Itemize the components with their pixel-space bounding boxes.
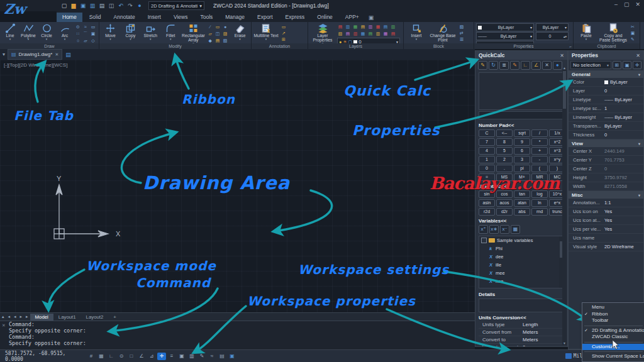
close-button[interactable]: ✕	[635, 1, 640, 8]
edit-variable-icon[interactable]: x∗	[489, 225, 499, 234]
extra-tool-icon[interactable]: ▨	[222, 31, 228, 36]
property-row[interactable]: Center Z0	[569, 165, 643, 173]
calc-key-d2r[interactable]: d2r	[496, 208, 513, 216]
command-window[interactable]: ✕Command:Specify opposite corner:Command…	[0, 321, 475, 349]
save-as-icon[interactable]: ▥	[89, 2, 96, 9]
units-conversion-row[interactable]: Convert fromMeters	[479, 329, 564, 336]
calc-key-cos[interactable]: cos	[496, 190, 513, 198]
calc-key-sin[interactable]: sin	[479, 190, 495, 198]
plot-icon[interactable]: ▤	[98, 2, 106, 9]
layout-tab-model[interactable]: Model	[30, 314, 53, 321]
calc-key-log[interactable]: log	[531, 190, 548, 198]
extra-tool-icon[interactable]: ▤	[390, 31, 396, 36]
button-polyline[interactable]: Polyline▾	[20, 23, 36, 40]
calc-key-abs[interactable]: abs	[514, 208, 530, 216]
extra-tool-icon[interactable]: ▤	[382, 24, 389, 30]
units-conversion-header[interactable]: Units Conversion<<	[475, 313, 567, 321]
button-stretch[interactable]: Stretch▾	[142, 23, 160, 40]
extra-tool-icon[interactable]: ▱	[207, 31, 213, 36]
calc-key-1[interactable]: 1	[479, 156, 495, 163]
options-icon[interactable]: ●	[136, 2, 143, 9]
extra-tool-icon[interactable]: ▤	[214, 38, 221, 43]
calc-key-asin[interactable]: asin	[479, 199, 495, 207]
calc-key-5[interactable]: 5	[496, 147, 513, 155]
property-row[interactable]: Linetype sc...1	[569, 104, 643, 113]
open-file-icon[interactable]: ▆	[70, 2, 77, 9]
calc-key-MS[interactable]: MS	[496, 173, 513, 181]
button-copy[interactable]: Copy▾	[121, 23, 140, 40]
extra-tool-icon[interactable]: ∕	[207, 24, 213, 30]
variable-item[interactable]: Xnee	[479, 277, 564, 285]
scientific-header[interactable]: Scientific<<	[475, 182, 567, 190]
clear-icon[interactable]: ✎	[478, 61, 487, 70]
scroll-down-icon[interactable]: ▼	[562, 341, 567, 345]
file-tab-drawing1[interactable]: ▤Drawing1.dwg*✕	[8, 49, 62, 60]
layout-nav-icon[interactable]: ◂	[12, 314, 18, 319]
details-label[interactable]: Details	[475, 290, 567, 298]
extra-tool-icon[interactable]: ▭	[214, 24, 221, 30]
property-row[interactable]: Annotation...1:1	[569, 199, 643, 207]
extra-tool-icon[interactable]: ◆	[207, 38, 213, 43]
number-pad-header[interactable]: Number Pad<<	[475, 121, 567, 129]
section-header-misc[interactable]: Misc▾	[569, 191, 643, 199]
block-tool-icon[interactable]: ⇄	[458, 30, 465, 36]
linetype-dropdown[interactable]: ByLayer▾	[536, 23, 569, 31]
new-file-icon[interactable]: ▢	[60, 2, 68, 9]
clipboard-tool-icon[interactable]: ✎	[630, 36, 636, 42]
tab-home[interactable]: Home	[57, 13, 82, 22]
quickcalc-input-field[interactable]	[479, 111, 564, 119]
selection-cycling-icon[interactable]: ▥	[187, 353, 196, 360]
extra-tool-icon[interactable]: ▥	[367, 24, 374, 30]
calc-key-_[interactable]: <--	[496, 129, 513, 137]
menu-item-2d-drafting-annotation[interactable]: ✓2D Drafting & Annotation	[582, 327, 644, 334]
calc-key-_[interactable]: /	[531, 129, 548, 137]
selection-dropdown[interactable]: No selection▾	[570, 61, 611, 69]
button-basepoint[interactable]: Change Base Point▾	[429, 23, 457, 45]
calc-key-9[interactable]: 9	[514, 138, 530, 146]
calc-key-rnd[interactable]: rnd	[531, 208, 548, 216]
bylayer-dropdown[interactable]: ByLayer▾	[476, 23, 534, 31]
button-layerprops[interactable]: Layer Properties▾	[310, 23, 335, 45]
button-mtext[interactable]: Multiline Text▾	[253, 23, 279, 40]
property-row[interactable]: ColorByLayer	[569, 78, 643, 87]
object-snap-icon[interactable]: □	[127, 353, 136, 360]
annotation-scale-icon[interactable]: ✎	[197, 353, 206, 360]
get-coordinates-icon[interactable]: ✎	[510, 61, 519, 70]
extra-tool-icon[interactable]: ▱	[82, 38, 89, 43]
workspace-dropdown[interactable]: 2D Drafting & Annotati ▾	[148, 1, 204, 10]
calc-key-6[interactable]: 6	[514, 147, 530, 155]
extra-tool-icon[interactable]: ▤	[345, 31, 351, 36]
calc-key-7[interactable]: 7	[479, 138, 495, 146]
extra-tool-icon[interactable]: ▣	[90, 31, 96, 36]
clear-history-icon[interactable]: ↻	[489, 61, 498, 70]
property-row[interactable]: Center X2440.149	[569, 147, 643, 156]
property-row[interactable]: Ucs icon onYes	[569, 207, 643, 216]
menu-item-menu[interactable]: Menu	[582, 304, 644, 311]
layout-tab-layout1[interactable]: Layout1	[53, 314, 81, 321]
layout-nav-icon[interactable]: ▸	[18, 314, 25, 319]
layout-nav-icon[interactable]: ▴	[0, 314, 6, 319]
calc-key-C[interactable]: C	[479, 129, 495, 137]
extra-tool-icon[interactable]: ▤	[367, 31, 374, 36]
scrollbar-thumb[interactable]	[563, 71, 566, 109]
extra-tool-icon[interactable]: ▧	[337, 31, 343, 36]
extra-tool-icon[interactable]: ●	[222, 24, 228, 30]
toggle-pickadd-icon[interactable]: ✛	[633, 61, 641, 69]
property-row[interactable]: Ucs per vie...Yes	[569, 225, 643, 234]
new-variable-icon[interactable]: x⁺	[479, 225, 488, 234]
polar-tracking-icon[interactable]: ⊙	[117, 353, 126, 360]
redo-icon[interactable]: ↷	[126, 2, 134, 9]
extra-tool-icon[interactable]: ▥	[375, 31, 381, 36]
minimize-button[interactable]: –	[614, 1, 618, 8]
property-row[interactable]: Layer0	[569, 87, 643, 96]
calc-key-M_[interactable]: M+	[514, 173, 530, 181]
section-header-view[interactable]: View▾	[569, 140, 643, 147]
button-arc[interactable]: Arc▾	[57, 23, 73, 40]
tab-solid[interactable]: Solid	[84, 13, 107, 22]
return-value-icon[interactable]: ▦	[511, 225, 520, 234]
section-header-general[interactable]: General▾	[569, 70, 643, 78]
paste-to-command-line-icon[interactable]: ≣	[499, 61, 509, 70]
calc-key-_[interactable]: -	[531, 156, 548, 163]
extra-tool-icon[interactable]: ▦	[360, 31, 366, 36]
intersection-icon[interactable]: ✕	[542, 61, 552, 70]
